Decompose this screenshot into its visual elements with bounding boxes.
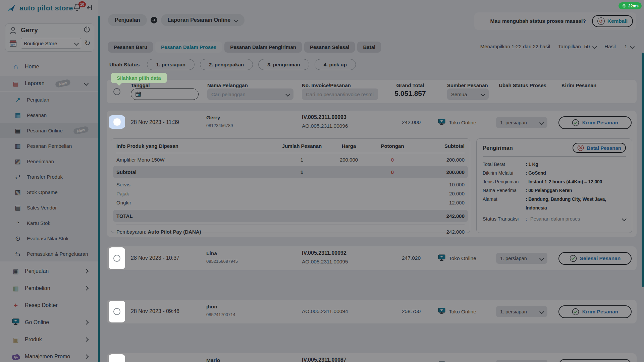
collapse-sidebar-button[interactable] (86, 4, 93, 12)
sidebar-item-transfer-produk[interactable]: ⇄ Transfer Produk (0, 169, 98, 184)
sidebar-item-pesanan[interactable]: ▦ Pesanan (0, 107, 98, 123)
kirim-pesanan-button[interactable]: Kirim Pesanan (558, 116, 632, 129)
sidebar-item-penjualan-laporan[interactable]: ↗ Penjualan (0, 92, 98, 107)
sidebar-item-label: Stok Opname (27, 189, 58, 195)
store-selector[interactable]: Boutique Store (21, 38, 81, 49)
source-filter-select[interactable]: Semua (447, 88, 489, 100)
chevron-down-icon (539, 256, 544, 260)
tab-batal[interactable]: Batal (357, 42, 381, 53)
content-scrollbar[interactable] (642, 53, 644, 287)
chevron-down-icon (539, 309, 544, 314)
process-status-select[interactable]: 1. persiapan (496, 360, 547, 362)
sidebar-item-go-online[interactable]: Go Online (0, 315, 98, 330)
kembali-button[interactable]: ↺ Kembali (592, 15, 633, 27)
arrow-right-circle-icon (150, 16, 158, 24)
process-status-value: 1. persiapan (500, 256, 527, 261)
kirim-pesanan-button[interactable]: Kirim Pesanan (558, 359, 632, 362)
order-card[interactable]: 27 Nov 2023 - 13:47 Mario 08123456798 IV… (107, 353, 637, 362)
order-row[interactable]: 28 Nov 2023 - 11:39 Gerry 08123456789 IV… (107, 111, 637, 134)
ubah-status-label: Ubah Status (109, 62, 140, 68)
total-row: TOTAL 242.000 (113, 210, 468, 222)
check-circle-icon (572, 308, 579, 315)
payment-info: Pembayaran: Auto Pilot Pay (DANA) (116, 229, 414, 235)
chevron-down-icon (622, 217, 627, 221)
fee-value: 20.000 (414, 191, 465, 196)
sidebar-item-home[interactable]: ⌂ Home (0, 59, 98, 74)
total-value: 242.000 (414, 213, 465, 219)
date-column-label: Tanggal (131, 82, 150, 88)
logout-button[interactable] (83, 26, 91, 35)
sidebar-item-evaluasi-nilai-stok[interactable]: ⊙ Evaluasi Nilai Stok (0, 231, 98, 246)
breadcrumb-penjualan[interactable]: Penjualan (108, 14, 147, 26)
shipping-value: : Instant 1-2 hours (4.4Km) = 12,000 (526, 177, 602, 186)
payment-label: Pembayaran: (116, 229, 146, 235)
sidebar-item-pesanan-online[interactable]: ▤ Pesanan Online New (0, 123, 98, 138)
sidebar-item-stok-opname[interactable]: ▧ Stok Opname (0, 184, 98, 200)
transaction-status-select[interactable]: Pesanan dalam proses (530, 216, 626, 222)
pagination-bar: Menampilkan 1-22 dari 22 hasil Tampilkan… (480, 44, 634, 49)
sidebar-item-penerimaan[interactable]: ▨ Penerimaan (0, 154, 98, 169)
batal-pesanan-button[interactable]: Batal Pesanan (573, 143, 626, 153)
order-card[interactable]: 28 Nov 2023 - 09:46 jhon 085241700714 AO… (107, 300, 637, 323)
sidebar-item-manajemen-promo[interactable]: % Manajemen Promo (0, 349, 98, 362)
process-status-select[interactable]: 1. persiapan (496, 306, 547, 317)
order-amount: 242.000 (358, 119, 421, 125)
user-name: Gerry (21, 26, 80, 34)
tab-pesanan-baru[interactable]: Pesanan Baru (108, 42, 153, 53)
shipping-row: Jenis Pengiriman : Instant 1-2 hours (4.… (483, 177, 626, 186)
wifi-icon (622, 4, 627, 8)
user-icon (9, 26, 17, 35)
sidebar-item-label: Resep Dokter (25, 302, 58, 308)
status-pill-persiapan[interactable]: 1. persiapan (147, 59, 195, 70)
order-select-radio[interactable] (113, 118, 121, 126)
sidebar-item-pemasukan-pengeluaran[interactable]: ⇆ Pemasukan & Pengeluaran (0, 246, 98, 261)
order-select-radio[interactable] (113, 308, 120, 315)
sidebar-item-pesanan-pembelian[interactable]: ▥ Pesanan Pembelian (0, 138, 98, 154)
date-filter-input[interactable] (131, 88, 199, 100)
kirim-pesanan-button[interactable]: Kirim Pesanan (558, 305, 632, 318)
process-status-select[interactable]: 1. persiapan (496, 117, 547, 128)
sidebar-item-pembelian[interactable]: ▥ Pembelian (0, 281, 98, 296)
sidebar-item-resep-dokter[interactable]: + Resep Dokter (0, 298, 98, 313)
page-size-select[interactable]: Tampilkan 50 (558, 44, 596, 49)
process-status-select[interactable]: 1. persiapan (496, 253, 547, 264)
sidebar-item-produk[interactable]: ▣ Produk (0, 332, 98, 347)
breadcrumb-laporan-pesanan-online[interactable]: Laporan Pesanan Online (161, 14, 245, 26)
fee-value: 12.000 (414, 200, 465, 205)
sidebar-scrollbar[interactable] (98, 16, 100, 362)
shipping-title: Pengiriman (483, 145, 513, 151)
selesai-pesanan-button[interactable]: Selesai Pesanan (558, 252, 632, 265)
bulk-status-row: Ubah Status 1. persiapan 2. pengepakan 3… (109, 59, 356, 70)
order-number: AO.005.2311.00096 (302, 123, 348, 129)
status-pill-pickup[interactable]: 4. pick up (315, 59, 356, 70)
prescription-icon: + (11, 301, 20, 309)
refresh-button[interactable]: ↻ (85, 39, 91, 48)
purchase-order-icon: ▥ (13, 142, 22, 150)
customer-filter-select[interactable]: Cari pelanggan (207, 88, 293, 100)
tab-pesanan-selesai[interactable]: Pesanan Selesai (304, 42, 355, 53)
order-card[interactable]: 28 Nov 2023 - 10:37 Lina 0852156687945 I… (107, 246, 637, 270)
tab-pesanan-dalam-pengiriman[interactable]: Pesanan Dalam Pengiriman (224, 42, 302, 53)
invoice-search-input[interactable] (302, 88, 378, 100)
check-circle-icon (570, 255, 577, 262)
order-date: 28 Nov 2023 - 10:37 (131, 255, 179, 261)
chevron-down-icon (285, 92, 290, 97)
sidebar-item-kartu-stok[interactable]: ◔ Kartu Stok (0, 215, 98, 231)
grand-total-block: Grand Total 5.051.857 (378, 80, 442, 98)
order-date: 28 Nov 2023 - 11:39 (131, 119, 179, 125)
order-select-radio[interactable] (113, 255, 120, 262)
chevron-down-icon (84, 81, 89, 86)
select-all-radio[interactable] (113, 88, 120, 95)
status-pill-pengepakan[interactable]: 2. pengepakan (200, 59, 253, 70)
customer-phone: 08123456789 (206, 123, 233, 128)
page-select[interactable]: Hasil 1 (604, 44, 634, 49)
tab-pesanan-dalam-proses[interactable]: Pesanan Dalam Proses (155, 42, 222, 53)
order-products-panel: Info Produk yang Dipesan Jumlah Pesanan … (111, 138, 470, 233)
cashier-icon: ▣ (11, 267, 20, 275)
sidebar-item-sales-vendor[interactable]: ▤ Sales Vendor (0, 200, 98, 215)
sidebar-item-penjualan[interactable]: ▣ Penjualan (0, 263, 98, 279)
customer-phone: 085241700714 (206, 312, 235, 317)
shipping-row: Nama Penerima : 00 Pelanggan Keren (483, 186, 626, 195)
sidebar-item-laporan[interactable]: ▤ Laporan New (0, 76, 98, 91)
status-pill-pengiriman[interactable]: 3. pengiriman (258, 59, 309, 70)
